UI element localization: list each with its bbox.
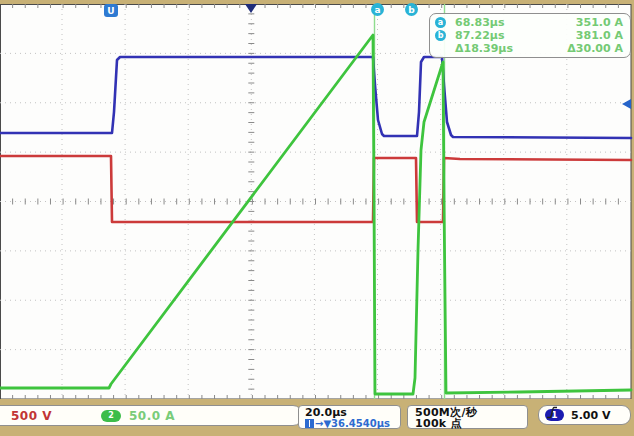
trigger-box: 1 5.00 V <box>538 405 631 425</box>
cursor-readout-box: a 68.83µs 351.0 A b 87.22µs 381.0 A Δ18.… <box>429 13 631 58</box>
cursor-b-bullet-icon: b <box>435 30 446 41</box>
cursor-a-bullet-icon: a <box>435 17 446 28</box>
red-channel-scale: 500 V <box>11 409 52 423</box>
delay-arrow-glyph: →▼ <box>315 418 331 429</box>
acquisition-box: 500M次/秒 100k 点 <box>407 405 528 429</box>
cursor-a-marker-icon: a <box>371 3 384 16</box>
timebase-scale: 20.0µs <box>305 407 400 418</box>
status-bar: 500 V 2 50.0 A 20.0µs →▼ 36.4540µs 500M次… <box>0 399 634 436</box>
cursor-delta-value: Δ30.00 A <box>535 42 623 55</box>
cursor-b-label: b <box>408 5 415 15</box>
graticule-icon <box>305 419 314 428</box>
cursor-a-time: 68.83µs <box>455 16 535 29</box>
expansion-point-icon: U <box>104 4 118 17</box>
rising-edge-icon <box>546 406 558 419</box>
cursor-a-row: a 68.83µs 351.0 A <box>435 16 623 29</box>
cursor-a-label: a <box>374 5 380 15</box>
record-length: 100k 点 <box>415 418 527 429</box>
expansion-point-label: U <box>107 6 114 16</box>
cursor-a-value: 351.0 A <box>535 16 623 29</box>
cursor-delta-time: Δ18.39µs <box>455 42 535 55</box>
channel-scales-box: 500 V 2 50.0 A <box>0 405 303 426</box>
trigger-level-value: 5.00 V <box>571 409 610 422</box>
cursor-b-marker-icon: b <box>405 3 418 16</box>
cursor-b-value: 381.0 A <box>535 29 623 42</box>
cursor-b-time: 87.22µs <box>455 29 535 42</box>
green-channel-badge-icon: 2 <box>101 410 121 422</box>
cursor-b-row: b 87.22µs 381.0 A <box>435 29 623 42</box>
horizontal-delay-row: →▼ 36.4540µs <box>305 418 400 429</box>
green-channel-scale: 50.0 A <box>129 409 175 423</box>
timebase-box: 20.0µs →▼ 36.4540µs <box>298 405 401 429</box>
horizontal-delay-value: 36.4540µs <box>331 418 390 429</box>
oscilloscope-screen: U a b a 68.83µs 351.0 A b 87.22µs 381.0 … <box>0 0 634 436</box>
waveform-display: U a b <box>0 0 634 436</box>
cursor-delta-row: Δ18.39µs Δ30.00 A <box>435 42 623 55</box>
